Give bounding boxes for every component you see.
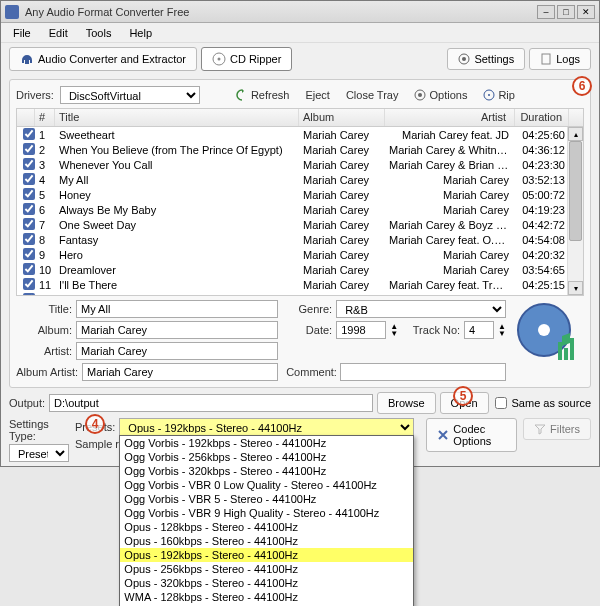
table-row[interactable]: 2When You Believe (from The Prince Of Eg… [17,142,583,157]
codec-options-button[interactable]: Codec Options [426,418,517,452]
track-checkbox[interactable] [23,203,35,215]
table-row[interactable]: 5HoneyMariah CareyMariah Carey05:00:72 [17,187,583,202]
tab-converter[interactable]: Audio Converter and Extractor [9,47,197,71]
logs-button[interactable]: Logs [529,48,591,70]
date-stepper[interactable]: ▲▼ [390,323,398,337]
track-checkbox[interactable] [23,248,35,260]
svg-point-8 [488,94,490,96]
output-row: 5 Output: Browse Open Same as source [9,392,591,414]
presets-select[interactable]: Opus - 192kbps - Stereo - 44100Hz [119,418,414,436]
preset-option[interactable]: Ogg Vorbis - 192kbps - Stereo - 44100Hz [120,436,413,450]
table-row[interactable]: 11I'll Be ThereMariah CareyMariah Carey … [17,277,583,292]
menubar: File Edit Tools Help [1,23,599,43]
track-checkbox[interactable] [23,233,35,245]
preset-option[interactable]: Opus - 128kbps - Stereo - 44100Hz [120,520,413,534]
track-checkbox[interactable] [23,293,35,297]
preset-option[interactable]: Ogg Vorbis - VBR 0 Low Quality - Stereo … [120,478,413,492]
tab-ripper-label: CD Ripper [230,53,281,65]
close-tray-button[interactable]: Close Tray [346,89,399,101]
document-icon [540,53,552,65]
col-number[interactable]: # [35,109,55,126]
preset-option[interactable]: Ogg Vorbis - VBR 9 High Quality - Stereo… [120,506,413,520]
preset-option[interactable]: Opus - 160kbps - Stereo - 44100Hz [120,534,413,548]
gear-icon [458,53,470,65]
table-row[interactable]: 3Whenever You CallMariah CareyMariah Car… [17,157,583,172]
preset-option[interactable]: Opus - 320kbps - Stereo - 44100Hz [120,576,413,590]
refresh-button[interactable]: Refresh [236,89,290,101]
drivers-select[interactable]: DiscSoftVirtual [60,86,200,104]
refresh-icon [236,89,248,101]
drivers-label: Drivers: [16,89,54,101]
col-title[interactable]: Title [55,109,299,126]
artist-field[interactable] [76,342,278,360]
presets-dropdown[interactable]: Ogg Vorbis - 192kbps - Stereo - 44100HzO… [119,435,414,606]
headphones-icon [20,52,34,66]
rip-button[interactable]: Rip [483,89,515,101]
window-title: Any Audio Format Converter Free [25,6,537,18]
title-field[interactable] [76,300,278,318]
track-table: # Title Album Artist Duration 1Sweethear… [16,108,584,296]
filters-button[interactable]: Filters [523,418,591,440]
track-checkbox[interactable] [23,278,35,290]
gear-icon [414,89,426,101]
preset-option[interactable]: WMA - 128kbps - Stereo - 44100Hz [120,590,413,604]
open-button[interactable]: Open [440,392,489,414]
table-row[interactable]: 9HeroMariah CareyMariah Carey04:20:32 [17,247,583,262]
genre-select[interactable]: R&B [336,300,506,318]
col-artist[interactable]: Artist [385,109,515,126]
track-checkbox[interactable] [23,158,35,170]
preset-option[interactable]: Opus - 256kbps - Stereo - 44100Hz [120,562,413,576]
trackno-stepper[interactable]: ▲▼ [498,323,506,337]
track-checkbox[interactable] [23,188,35,200]
scrollbar-thumb[interactable] [569,141,582,241]
table-body[interactable]: 1SweetheartMariah CareyMariah Carey feat… [17,127,583,296]
preset-option[interactable]: Ogg Vorbis - VBR 5 - Stereo - 44100Hz [120,492,413,506]
album-field[interactable] [76,321,278,339]
table-row[interactable]: 10DreamloverMariah CareyMariah Carey03:5… [17,262,583,277]
scroll-down-icon[interactable]: ▾ [568,281,583,295]
menu-edit[interactable]: Edit [41,25,76,41]
browse-button[interactable]: Browse [377,392,436,414]
track-checkbox[interactable] [23,218,35,230]
table-row[interactable]: 8FantasyMariah CareyMariah Carey feat. O… [17,232,583,247]
maximize-button[interactable]: □ [557,5,575,19]
menu-tools[interactable]: Tools [78,25,120,41]
svg-point-3 [462,57,466,61]
table-row[interactable]: 7One Sweet DayMariah CareyMariah Carey &… [17,217,583,232]
track-checkbox[interactable] [23,128,35,140]
menu-file[interactable]: File [5,25,39,41]
col-duration[interactable]: Duration [515,109,569,126]
preset-option[interactable]: Opus - 192kbps - Stereo - 44100Hz [120,548,413,562]
album-artist-field[interactable] [82,363,278,381]
settings-type-select[interactable]: Presets [9,444,69,462]
comment-field[interactable] [340,363,506,381]
settings-button[interactable]: Settings [447,48,525,70]
track-checkbox[interactable] [23,263,35,275]
minimize-button[interactable]: – [537,5,555,19]
date-field[interactable] [336,321,386,339]
col-album[interactable]: Album [299,109,385,126]
album-art [514,300,584,370]
track-checkbox[interactable] [23,173,35,185]
menu-help[interactable]: Help [121,25,160,41]
titlebar: Any Audio Format Converter Free – □ ✕ [1,1,599,23]
track-checkbox[interactable] [23,143,35,155]
eject-button[interactable]: Eject [305,89,329,101]
svg-point-6 [418,93,422,97]
preset-option[interactable]: Ogg Vorbis - 256kbps - Stereo - 44100Hz [120,450,413,464]
scroll-up-icon[interactable]: ▴ [568,127,583,141]
scrollbar[interactable]: ▴ ▾ [567,127,583,295]
table-row[interactable]: 12EmotionsMariah CareyMariah Carey04:11:… [17,292,583,296]
table-row[interactable]: 4My AllMariah CareyMariah Carey03:52:13 [17,172,583,187]
table-row[interactable]: 6Always Be My BabyMariah CareyMariah Car… [17,202,583,217]
tab-ripper[interactable]: CD Ripper [201,47,292,71]
svg-point-10 [538,324,550,336]
preset-option[interactable]: Ogg Vorbis - 320kbps - Stereo - 44100Hz [120,464,413,478]
cd-rip-icon [483,89,495,101]
options-button[interactable]: Options [414,89,467,101]
table-row[interactable]: 1SweetheartMariah CareyMariah Carey feat… [17,127,583,142]
output-field[interactable] [49,394,373,412]
close-window-button[interactable]: ✕ [577,5,595,19]
trackno-field[interactable] [464,321,494,339]
same-as-source-checkbox[interactable]: Same as source [493,397,591,409]
